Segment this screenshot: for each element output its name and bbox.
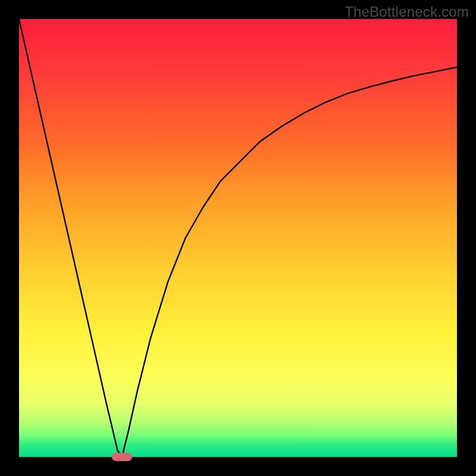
curve-path — [19, 19, 457, 457]
plot-area — [19, 19, 457, 457]
curve-svg — [19, 19, 457, 457]
optimum-marker — [112, 453, 132, 461]
watermark-text: TheBottleneck.com — [345, 4, 469, 20]
chart-frame: TheBottleneck.com — [0, 0, 476, 476]
